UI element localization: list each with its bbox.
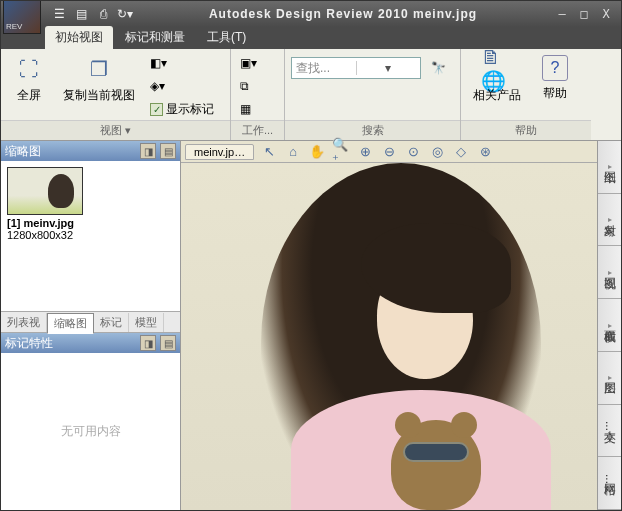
- thumbnail-image: [7, 167, 83, 215]
- vtab-cross-section[interactable]: 横截面▸: [598, 299, 621, 352]
- vtab-views[interactable]: 视图▸: [598, 246, 621, 299]
- copy-view-label: 复制当前视图: [63, 87, 135, 104]
- copy-view-icon: ❐: [83, 55, 115, 83]
- tab-initial-view[interactable]: 初始视图: [45, 26, 113, 49]
- work-item-3[interactable]: ▦: [237, 99, 260, 119]
- thumbnails-header: 缩略图 ◨ ▤: [1, 141, 180, 161]
- ribbon-tabs: 初始视图 标记和测量 工具(T): [1, 27, 621, 49]
- vtab-layers[interactable]: 图层▸: [598, 352, 621, 405]
- copy-view-button[interactable]: ❐ 复制当前视图: [57, 53, 141, 106]
- tab-thumbnails[interactable]: 缩略图: [47, 313, 94, 334]
- show-marks-check[interactable]: ✓ 显示标记: [147, 99, 217, 119]
- vtab-text[interactable]: 文本...▸: [598, 405, 621, 458]
- maximize-button[interactable]: □: [575, 6, 593, 22]
- fullscreen-label: 全屏: [17, 87, 41, 104]
- tab-marks[interactable]: 标记: [94, 313, 129, 332]
- view-mode-2[interactable]: ◈▾: [147, 76, 217, 96]
- zoom-fit-icon[interactable]: ◎: [428, 143, 446, 161]
- compare-icon: ⧉: [240, 79, 249, 93]
- left-panel: 缩略图 ◨ ▤ [1] meinv.jpg 1280x800x32 列表视 缩略…: [1, 141, 181, 510]
- app-menu-button[interactable]: REV: [3, 0, 41, 34]
- zoom-extents-icon[interactable]: ⊛: [476, 143, 494, 161]
- group-search-label: 搜索: [285, 120, 460, 140]
- title-bar: REV ☰ ▤ ⎙ ↻▾ Autodesk Design Review 2010…: [1, 1, 621, 27]
- zoom-in-icon[interactable]: 🔍⁺: [332, 143, 350, 161]
- tab-tools[interactable]: 工具(T): [197, 26, 256, 49]
- zoom-tool-1-icon[interactable]: ⊕: [356, 143, 374, 161]
- print-icon[interactable]: ⎙: [95, 6, 111, 22]
- close-button[interactable]: X: [597, 6, 615, 22]
- panel-pin-icon-2[interactable]: ◨: [140, 335, 156, 351]
- panel-menu-icon-2[interactable]: ▤: [160, 335, 176, 351]
- redo-dropdown-icon[interactable]: ↻▾: [117, 6, 133, 22]
- panel-pin-icon[interactable]: ◨: [140, 143, 156, 159]
- related-products-label: 相关产品: [473, 87, 521, 104]
- search-dropdown-icon[interactable]: ▾: [356, 61, 421, 75]
- tab-model[interactable]: 模型: [129, 313, 164, 332]
- thumbnails-title: 缩略图: [5, 143, 136, 160]
- zoom-window-icon[interactable]: ◇: [452, 143, 470, 161]
- view-mode-1[interactable]: ◧▾: [147, 53, 217, 73]
- canvas-area: meinv.jp… ↖ ⌂ ✋ 🔍⁺ ⊕ ⊖ ⊙ ◎ ◇ ⊛: [181, 141, 597, 510]
- vtab-objects[interactable]: 对象▸: [598, 194, 621, 247]
- properties-empty-text: 无可用内容: [61, 423, 121, 440]
- thumbnails-body: [1] meinv.jpg 1280x800x32: [1, 161, 180, 311]
- pointer-tool-icon[interactable]: ↖: [260, 143, 278, 161]
- canvas-image: [181, 163, 597, 510]
- work-item-2[interactable]: ⧉: [237, 76, 260, 96]
- tab-markup-measure[interactable]: 标记和测量: [115, 26, 195, 49]
- document-toolbar: meinv.jp… ↖ ⌂ ✋ 🔍⁺ ⊕ ⊖ ⊙ ◎ ◇ ⊛: [181, 141, 597, 163]
- vtab-grid[interactable]: 网格...▸: [598, 457, 621, 510]
- tab-list-view[interactable]: 列表视: [1, 313, 47, 332]
- home-icon[interactable]: ⌂: [284, 143, 302, 161]
- properties-body: 无可用内容: [1, 353, 180, 510]
- thumbnail-item[interactable]: [1] meinv.jpg 1280x800x32: [7, 167, 87, 241]
- right-tabs: 图纸▸ 对象▸ 视图▸ 横截面▸ 图层▸ 文本...▸ 网格...▸: [597, 141, 621, 510]
- related-products-icon: 🗎🌐: [481, 55, 513, 83]
- ribbon: ⛶ 全屏 ❐ 复制当前视图 ◧▾ ◈▾ ✓ 显示标记 视图 ▾ ▣▾ ⧉: [1, 49, 621, 141]
- save-icon[interactable]: ▤: [73, 6, 89, 22]
- show-marks-label: 显示标记: [166, 101, 214, 118]
- find-button[interactable]: 🔭: [427, 57, 449, 79]
- fullscreen-button[interactable]: ⛶ 全屏: [7, 53, 51, 106]
- properties-header: 标记特性 ◨ ▤: [1, 333, 180, 353]
- binoculars-icon: 🔭: [431, 61, 446, 75]
- grid-icon: ▦: [240, 102, 251, 116]
- panel-menu-icon[interactable]: ▤: [160, 143, 176, 159]
- quick-access-toolbar: ☰ ▤ ⎙ ↻▾: [51, 6, 133, 22]
- properties-title: 标记特性: [5, 335, 136, 352]
- help-label: 帮助: [543, 85, 567, 102]
- document-tab[interactable]: meinv.jp…: [185, 144, 254, 160]
- thumbnail-name: [1] meinv.jpg: [7, 217, 87, 229]
- minimize-button[interactable]: —: [553, 6, 571, 22]
- zoom-tool-3-icon[interactable]: ⊙: [404, 143, 422, 161]
- related-products-button[interactable]: 🗎🌐 相关产品: [467, 53, 527, 106]
- pan-icon[interactable]: ✋: [308, 143, 326, 161]
- help-button[interactable]: ? 帮助: [533, 53, 577, 104]
- shaded-icon: ◈▾: [150, 79, 165, 93]
- fullscreen-icon: ⛶: [13, 55, 45, 83]
- window-controls: — □ X: [553, 6, 615, 22]
- left-mid-tabs: 列表视 缩略图 标记 模型: [1, 311, 180, 333]
- group-work-label: 工作...: [231, 120, 284, 140]
- group-help-label: 帮助: [461, 120, 591, 140]
- open-icon[interactable]: ☰: [51, 6, 67, 22]
- workspace: 缩略图 ◨ ▤ [1] meinv.jpg 1280x800x32 列表视 缩略…: [1, 141, 621, 510]
- window-title: Autodesk Design Review 2010 meinv.jpg: [133, 7, 553, 21]
- work-item-1[interactable]: ▣▾: [237, 53, 260, 73]
- zoom-tool-2-icon[interactable]: ⊖: [380, 143, 398, 161]
- canvas[interactable]: [181, 163, 597, 510]
- search-input[interactable]: 查找... ▾: [291, 57, 421, 79]
- window-icon: ▣▾: [240, 56, 257, 70]
- thumbnail-dimensions: 1280x800x32: [7, 229, 87, 241]
- cube-icon: ◧▾: [150, 56, 167, 70]
- search-placeholder: 查找...: [292, 60, 356, 77]
- checkbox-checked-icon: ✓: [150, 103, 163, 116]
- vtab-sheets[interactable]: 图纸▸: [598, 141, 621, 194]
- group-view-label[interactable]: 视图 ▾: [1, 120, 230, 140]
- help-icon: ?: [542, 55, 568, 81]
